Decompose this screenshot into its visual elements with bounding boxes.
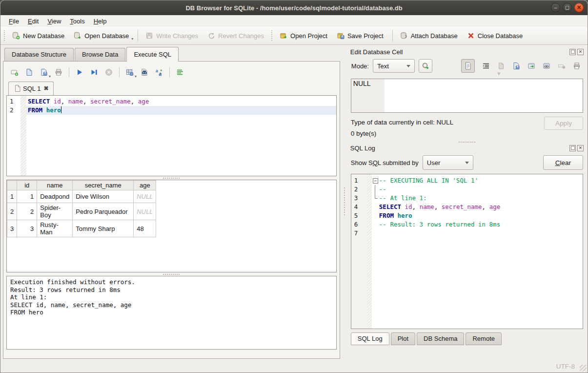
close-dock-icon[interactable]: ✕ xyxy=(577,49,584,55)
find-replace-button[interactable]: aa xyxy=(153,66,165,79)
encoding-indicator[interactable]: UTF-8 xyxy=(556,363,575,370)
save-project-button[interactable]: Save Project xyxy=(333,30,388,41)
main-vertical-splitter[interactable] xyxy=(343,45,346,359)
execute-line-button[interactable] xyxy=(88,66,101,79)
attach-database-button[interactable]: Attach Database xyxy=(397,30,463,41)
cell-age[interactable]: NULL xyxy=(134,203,156,220)
open-sql-file-button[interactable] xyxy=(23,66,36,79)
float-dock-icon[interactable] xyxy=(569,145,576,151)
open-in-app-icon[interactable] xyxy=(527,62,535,70)
submitter-select[interactable]: User xyxy=(423,155,473,170)
cell-secret-name[interactable]: Tommy Sharp xyxy=(73,220,134,237)
editor-line[interactable]: SELECT id, name, secret_name, age xyxy=(26,97,336,106)
execute-all-button[interactable] xyxy=(73,66,86,79)
close-database-label: Close Database xyxy=(478,32,523,40)
open-sql-tab-button[interactable] xyxy=(8,66,21,79)
cell-secret-name[interactable]: Pedro Parqueador xyxy=(73,203,134,220)
column-header-id[interactable]: id xyxy=(17,181,37,190)
save-results-dropdown-icon[interactable]: ▾ xyxy=(135,74,137,79)
menu-tools[interactable]: Tools xyxy=(65,17,89,26)
clear-button[interactable]: Clear xyxy=(543,155,583,170)
cell-name[interactable]: Rusty-Man xyxy=(37,220,73,237)
link-icon[interactable] xyxy=(543,62,550,70)
open-database-icon xyxy=(74,32,81,40)
editor-results-splitter[interactable] xyxy=(6,176,337,180)
tab-remote[interactable]: Remote xyxy=(466,332,502,345)
row-header[interactable]: 1 xyxy=(7,190,17,203)
word-wrap-icon[interactable] xyxy=(482,62,490,70)
cell-id[interactable]: 3 xyxy=(17,220,37,237)
fold-marker xyxy=(372,211,379,220)
toolbar-grip[interactable] xyxy=(271,30,274,41)
menu-edit[interactable]: Edit xyxy=(23,17,43,26)
tab-sql-log[interactable]: SQL Log xyxy=(351,332,389,345)
sql-tab[interactable]: SQL 1 ✖ xyxy=(8,82,54,95)
save-project-label: Save Project xyxy=(347,32,384,40)
menu-help[interactable]: Help xyxy=(89,17,111,26)
revert-changes-button[interactable]: Revert Changes xyxy=(204,30,269,41)
cell-id[interactable]: 1 xyxy=(17,190,37,203)
tab-plot[interactable]: Plot xyxy=(391,332,415,345)
toolbar-grip[interactable] xyxy=(4,30,6,41)
editor-line-current[interactable]: FROM hero xyxy=(26,106,336,115)
sql-log-view[interactable]: 1 2 3 4 5 6 7 -- EXECUTING ALL IN 'SQL 1… xyxy=(351,174,583,329)
tab-browse-data[interactable]: Browse Data xyxy=(75,48,125,61)
column-header-name[interactable]: name xyxy=(37,181,73,190)
export-file-icon[interactable] xyxy=(512,62,520,70)
results-log-splitter[interactable] xyxy=(6,272,337,276)
auto-switch-mode-button[interactable] xyxy=(419,59,432,73)
open-database-dropdown-icon[interactable]: ▾ xyxy=(131,37,133,41)
column-header-age[interactable]: age xyxy=(134,181,156,190)
print-cell-icon[interactable] xyxy=(573,62,581,70)
new-database-button[interactable]: New Database xyxy=(9,30,69,41)
filter-label: Show SQL submitted by xyxy=(351,159,419,166)
save-file-dropdown-icon[interactable]: ▾ xyxy=(49,74,51,79)
menu-view[interactable]: View xyxy=(43,17,65,26)
print-sql-button[interactable] xyxy=(52,66,65,79)
close-database-button[interactable]: Close Database xyxy=(464,30,528,41)
cell-age[interactable]: NULL xyxy=(134,190,156,203)
open-project-button[interactable]: Open Project xyxy=(276,30,332,41)
dock-splitter[interactable] xyxy=(346,140,588,144)
find-button[interactable] xyxy=(138,66,151,79)
minimize-icon[interactable]: – xyxy=(551,3,560,12)
close-icon[interactable]: ✕ xyxy=(574,3,584,12)
fold-marker[interactable] xyxy=(372,176,379,185)
mode-select[interactable]: Text xyxy=(373,59,415,73)
import-file-icon[interactable]: ▾ xyxy=(497,62,505,70)
cell-value-editor[interactable]: NULL xyxy=(351,79,583,113)
row-header[interactable]: 2 xyxy=(7,203,17,220)
menu-file[interactable]: File xyxy=(4,17,23,26)
tab-db-schema[interactable]: DB Schema xyxy=(417,332,464,345)
write-changes-button[interactable]: Write Changes xyxy=(142,30,203,41)
results-corner-header[interactable] xyxy=(7,181,17,190)
execution-status-area[interactable]: Execution finished without errors. Resul… xyxy=(6,276,337,350)
cell-age[interactable]: 48 xyxy=(134,220,156,237)
close-sql-tab-icon[interactable]: ✖ xyxy=(43,85,48,92)
cell-size-text: 0 byte(s) xyxy=(351,128,453,139)
maximize-icon[interactable]: ◻ xyxy=(563,3,572,12)
stop-button[interactable] xyxy=(102,66,115,79)
tab-database-structure[interactable]: Database Structure xyxy=(4,48,74,61)
cell-id[interactable]: 2 xyxy=(17,203,37,220)
save-results-button[interactable]: ▾ xyxy=(123,66,136,79)
column-header-secret-name[interactable]: secret_name xyxy=(73,181,134,190)
text-mode-button[interactable] xyxy=(461,59,475,73)
cell-name[interactable]: Spider-Boy xyxy=(37,203,73,220)
row-header[interactable]: 3 xyxy=(7,220,17,237)
main-tab-bar: Database Structure Browse Data Execute S… xyxy=(3,46,343,61)
save-sql-file-button[interactable]: ▾ xyxy=(38,66,50,79)
set-null-icon[interactable] xyxy=(558,62,566,70)
float-dock-icon[interactable] xyxy=(569,49,576,55)
resize-grip[interactable] xyxy=(580,365,587,372)
cell-name[interactable]: Deadpond xyxy=(37,190,73,203)
format-sql-button[interactable] xyxy=(174,66,186,79)
table-row: 1 1 Deadpond Dive Wilson NULL xyxy=(7,190,156,203)
sql-editor[interactable]: 1 2 SELECT id, name, secret_name, age FR… xyxy=(6,95,337,176)
sql-tab-label: SQL 1 xyxy=(23,85,41,92)
cell-secret-name[interactable]: Dive Wilson xyxy=(73,190,134,203)
close-dock-icon[interactable]: ✕ xyxy=(577,145,584,151)
tab-execute-sql[interactable]: Execute SQL xyxy=(126,47,179,62)
open-database-button[interactable]: Open Database ▾ xyxy=(70,30,134,41)
apply-button[interactable]: Apply xyxy=(544,117,583,130)
